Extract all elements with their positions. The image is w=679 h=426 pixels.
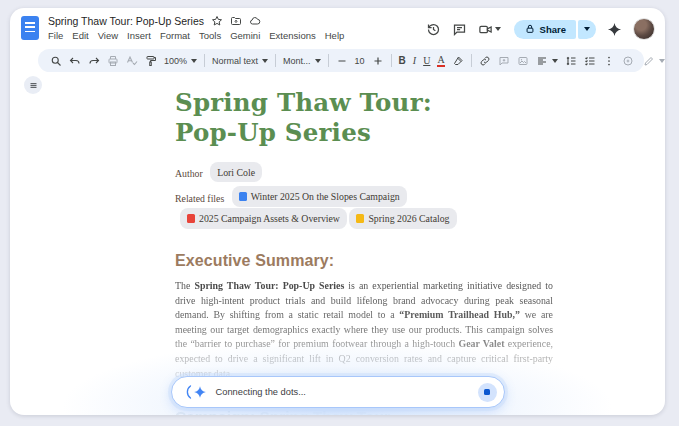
executive-summary-heading: Executive Summary:	[175, 252, 553, 270]
docs-file-icon	[239, 192, 247, 201]
related-file-chip[interactable]: Spring 2026 Catalog	[349, 208, 456, 229]
document-tabs-button[interactable]	[24, 76, 42, 94]
font-family-select[interactable]: Mont...	[283, 56, 321, 66]
decrease-font-size-icon[interactable]	[336, 55, 348, 67]
menu-tools[interactable]: Tools	[199, 30, 221, 41]
move-to-folder-icon[interactable]	[230, 15, 242, 27]
paragraph-style-select[interactable]: Normal text	[212, 56, 268, 66]
share-button[interactable]: Share	[514, 20, 576, 39]
doc-heading-title: Spring Thaw Tour: Pop-Up Series	[175, 88, 553, 148]
related-files-line: Related files Winter 2025 On the Slopes …	[175, 186, 553, 230]
paint-format-icon[interactable]	[145, 55, 157, 67]
document-canvas[interactable]: Spring Thaw Tour: Pop-Up Series Author L…	[175, 88, 553, 415]
document-title[interactable]: Spring Thaw Tour: Pop-Up Series	[48, 15, 204, 27]
share-dropdown-button[interactable]	[578, 20, 596, 39]
toolbar-divider	[204, 54, 205, 67]
join-call-button[interactable]	[478, 22, 501, 37]
search-menus-icon[interactable]	[50, 55, 62, 67]
share-split-button: Share	[514, 20, 596, 39]
menu-extensions[interactable]: Extensions	[269, 30, 315, 41]
format-toolbar: 100% Normal text Mont... 10 B I U A	[38, 49, 644, 72]
gemini-spinner	[185, 384, 207, 400]
author-label: Author	[175, 168, 203, 179]
menu-format[interactable]: Format	[160, 30, 190, 41]
checklist-icon[interactable]	[584, 55, 596, 67]
stop-generating-button[interactable]	[478, 383, 497, 402]
doc-title-line1: Spring Thaw Tour:	[175, 88, 432, 117]
toolbar-divider	[391, 54, 392, 67]
italic-button[interactable]: I	[413, 55, 416, 66]
menu-bar: File Edit View Insert Format Tools Gemin…	[48, 30, 344, 41]
toolbar-divider	[328, 54, 329, 67]
menu-gemini[interactable]: Gemini	[230, 30, 260, 41]
zoom-value: 100%	[164, 56, 187, 66]
app-bar-actions: Share	[426, 15, 655, 40]
refine-icon[interactable]	[622, 55, 634, 67]
related-files-label: Related files	[175, 193, 224, 204]
line-spacing-icon[interactable]	[565, 55, 577, 67]
video-call-icon	[478, 22, 493, 37]
author-chip-label: Lori Cole	[217, 164, 255, 181]
undo-icon[interactable]	[69, 55, 81, 67]
gemini-icon[interactable]	[607, 22, 622, 37]
share-button-label: Share	[540, 24, 566, 35]
menu-view[interactable]: View	[98, 30, 118, 41]
menu-edit[interactable]: Edit	[72, 30, 88, 41]
menu-insert[interactable]: Insert	[127, 30, 151, 41]
related-file-chip[interactable]: 2025 Campaign Assets & Overview	[180, 208, 347, 229]
doc-title-line2: Pop-Up Series	[175, 118, 371, 147]
campaign-heading-faded: Campaign: Spring Thaw Tour	[175, 408, 553, 415]
editing-mode-select[interactable]	[643, 55, 665, 67]
app-bar: Spring Thaw Tour: Pop-Up Series File Edi…	[10, 8, 665, 44]
text-color-button[interactable]: A	[437, 55, 444, 67]
author-chip[interactable]: Lori Cole	[210, 162, 262, 182]
lock-icon	[525, 24, 535, 34]
toolbar-divider	[471, 54, 472, 67]
highlight-color-icon[interactable]	[452, 55, 464, 67]
exec-text: The	[175, 280, 194, 291]
pencil-icon	[643, 55, 655, 67]
executive-summary-paragraph: The Spring Thaw Tour: Pop-Up Series is a…	[175, 279, 553, 381]
redo-icon[interactable]	[88, 55, 100, 67]
related-file-name: 2025 Campaign Assets & Overview	[199, 210, 340, 228]
gemini-status-bar: Connecting the dots...	[171, 376, 505, 408]
yellow-file-icon	[356, 214, 364, 223]
cloud-saved-icon[interactable]	[249, 15, 261, 27]
related-file-chip[interactable]: Winter 2025 On the Slopes Campaign	[232, 186, 407, 207]
exec-bold: “Premium Trailhead Hub,”	[399, 309, 520, 320]
title-block: Spring Thaw Tour: Pop-Up Series File Edi…	[48, 15, 344, 41]
increase-font-size-icon[interactable]	[372, 55, 384, 67]
menu-file[interactable]: File	[48, 30, 63, 41]
red-file-icon	[187, 214, 195, 223]
align-select[interactable]	[536, 55, 558, 67]
insert-link-icon[interactable]	[479, 55, 491, 67]
account-avatar[interactable]	[633, 18, 655, 40]
google-docs-logo-icon[interactable]	[21, 16, 39, 40]
font-family-value: Mont...	[283, 56, 311, 66]
video-call-caret-icon	[495, 27, 501, 31]
docs-window: Spring Thaw Tour: Pop-Up Series File Edi…	[10, 8, 665, 415]
exec-bold: Gear Valet	[458, 338, 504, 349]
version-history-icon[interactable]	[426, 22, 441, 37]
gemini-loading-arc-icon	[185, 384, 192, 400]
zoom-select[interactable]: 100%	[164, 56, 197, 66]
related-file-name: Winter 2025 On the Slopes Campaign	[251, 188, 400, 206]
gemini-spark-icon	[193, 385, 207, 399]
star-icon[interactable]	[211, 15, 223, 27]
paragraph-style-value: Normal text	[212, 56, 258, 66]
add-comment-icon[interactable]	[498, 55, 510, 67]
spellcheck-icon[interactable]	[126, 55, 138, 67]
font-size-value[interactable]: 10	[355, 56, 365, 66]
insert-image-icon[interactable]	[517, 55, 529, 67]
menu-help[interactable]: Help	[325, 30, 345, 41]
related-file-name: Spring 2026 Catalog	[368, 210, 449, 228]
outline-list-icon	[29, 81, 38, 90]
underline-button[interactable]: U	[423, 55, 430, 66]
author-line: Author Lori Cole	[175, 162, 553, 182]
comments-icon[interactable]	[452, 22, 467, 37]
print-icon[interactable]	[107, 55, 119, 67]
bold-button[interactable]: B	[399, 55, 406, 66]
exec-bold: Spring Thaw Tour: Pop-Up Series	[194, 280, 344, 291]
stop-icon	[484, 389, 491, 396]
more-options-icon[interactable]	[603, 55, 615, 67]
